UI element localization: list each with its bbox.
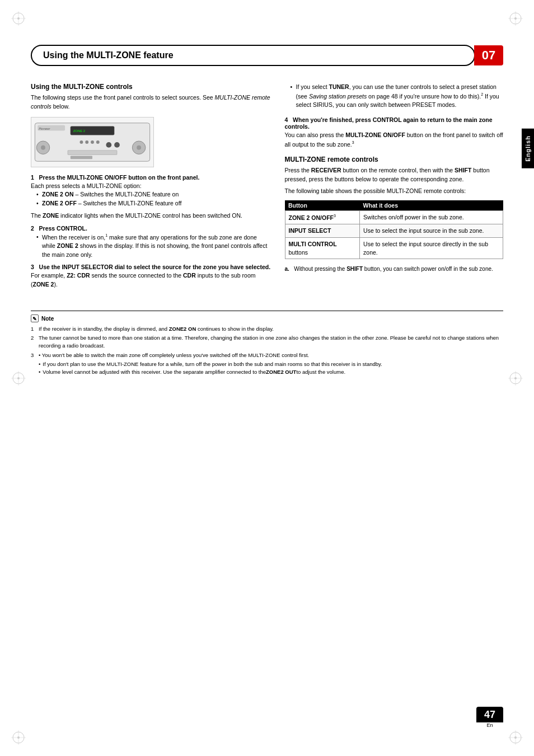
table-cell-button: MULTI CONTROL buttons <box>285 237 360 259</box>
bullet-zone2-on: ZONE 2 ON – Switches the MULTI-ZONE feat… <box>36 190 271 199</box>
left-column: Using the MULTI-ZONE controls The follow… <box>31 83 271 294</box>
footnotes-section: ✎ Note 1 If the receiver is in standby, … <box>31 311 503 377</box>
italic-ref: MULTI-ZONE remote controls <box>31 94 270 110</box>
page-number: 47 <box>476 707 503 722</box>
chapter-number: 07 <box>474 45 503 65</box>
table-row: MULTI CONTROL buttons Use to select the … <box>285 237 503 259</box>
svg-point-38 <box>114 142 120 148</box>
device-image: Pioneer ZONE 2 <box>31 117 154 167</box>
svg-point-33 <box>80 140 83 144</box>
step1-bullets: ZONE 2 ON – Switches the MULTI-ZONE feat… <box>31 190 271 208</box>
svg-point-30 <box>41 145 45 149</box>
svg-point-36 <box>96 140 100 144</box>
step1-body: Each press selects a MULTI-ZONE option: <box>31 182 271 191</box>
step4: 4 When you're finished, press CONTROL ag… <box>285 116 503 149</box>
note-icon: ✎ <box>31 314 39 322</box>
svg-point-34 <box>85 140 88 144</box>
page-number-section: 47 En <box>476 707 503 728</box>
footnote-3-bullet1: If you don't plan to use the MULTI-ZONE … <box>31 360 503 368</box>
footnote-1: 1 If the receiver is in standby, the dis… <box>31 325 503 333</box>
step3-body: For example, Z2: CDR sends the source co… <box>31 271 271 289</box>
table-cell-button: INPUT SELECT <box>285 224 360 238</box>
svg-text:ZONE 2: ZONE 2 <box>73 129 85 133</box>
footnote-3-bullet2: Volume level cannot be adjusted with thi… <box>31 368 503 376</box>
step3-label: 3 Use the INPUT SELECTOR dial to select … <box>31 264 271 270</box>
right-column: If you select TUNER, you can use the tun… <box>285 83 503 294</box>
page-lang-label: En <box>476 722 503 728</box>
step1: 1 Press the MULTI-ZONE ON/OFF button on … <box>31 174 271 220</box>
step4-body: You can also press the MULTI-ZONE ON/OFF… <box>285 131 503 149</box>
svg-point-32 <box>137 145 141 149</box>
footnote-a: a. Without pressing the SHIFT button, yo… <box>285 265 503 273</box>
table-header-button: Button <box>285 200 360 211</box>
table-header-what: What it does <box>360 200 503 211</box>
svg-rect-39 <box>68 150 117 154</box>
step1-label: 1 Press the MULTI-ZONE ON/OFF button on … <box>31 174 271 181</box>
chapter-title: Using the MULTI-ZONE feature <box>31 45 475 66</box>
chapter-header: Using the MULTI-ZONE feature 07 <box>31 45 503 66</box>
section1-title: Using the MULTI-ZONE controls <box>31 83 271 91</box>
bullet-zone2-off: ZONE 2 OFF – Switches the MULTI-ZONE fea… <box>36 199 271 208</box>
table-row: INPUT SELECT Use to select the input sou… <box>285 224 503 238</box>
section2-title: MULTI-ZONE remote controls <box>285 156 503 163</box>
step1-note: The ZONE indicator lights when the MULTI… <box>31 212 271 220</box>
main-content: Using the MULTI-ZONE controls The follow… <box>31 83 503 294</box>
table-cell-what: Use to select the input source directly … <box>360 237 503 259</box>
table-cell-what: Switches on/off power in the sub zone. <box>360 211 503 224</box>
note-label: ✎ Note <box>31 314 503 323</box>
step2-bullets: When the receiver is on,1 make sure that… <box>31 233 271 260</box>
footnote-2: 2 The tuner cannot be tuned to more than… <box>31 334 503 350</box>
section2-intro: Press the RECEIVER button on the remote … <box>285 166 503 184</box>
table-row: ZONE 2 ON/OFF3 Switches on/off power in … <box>285 211 503 224</box>
step2-label: 2 Press CONTROL. <box>31 225 271 232</box>
step4-label: 4 When you're finished, press CONTROL ag… <box>285 116 503 130</box>
step2-bullet: When the receiver is on,1 make sure that… <box>36 233 271 260</box>
table-cell-button: ZONE 2 ON/OFF3 <box>285 211 360 224</box>
svg-rect-40 <box>71 156 92 159</box>
section2-note: The following table shows the possible M… <box>285 187 503 196</box>
svg-text:Pioneer: Pioneer <box>39 126 50 130</box>
step3: 3 Use the INPUT SELECTOR dial to select … <box>31 264 271 289</box>
footnote-3-header: 3 • You won't be able to switch the main… <box>31 351 503 359</box>
table-cell-what: Use to select the input source in the su… <box>360 224 503 238</box>
tuner-bullet: If you select TUNER, you can use the tun… <box>291 83 503 110</box>
tuner-bullet-list: If you select TUNER, you can use the tun… <box>285 83 503 110</box>
svg-point-37 <box>106 142 111 148</box>
section1-intro: The following steps use the front panel … <box>31 93 271 111</box>
step2: 2 Press CONTROL. When the receiver is on… <box>31 225 271 260</box>
controls-table: Button What it does ZONE 2 ON/OFF3 Switc… <box>285 200 503 259</box>
svg-point-35 <box>91 140 94 144</box>
